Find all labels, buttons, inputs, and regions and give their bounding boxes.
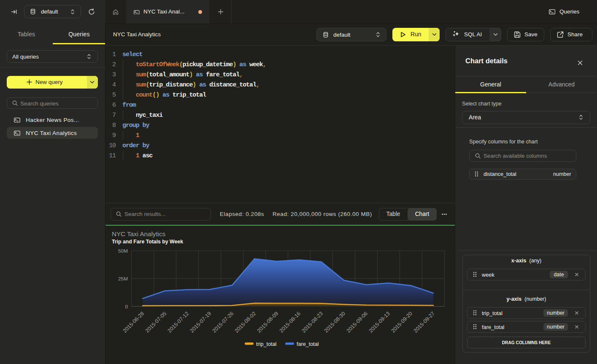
svg-text:fare_total: fare_total bbox=[297, 341, 319, 347]
svg-text:2015-07-05: 2015-07-05 bbox=[144, 310, 167, 334]
svg-text:2015-09-06: 2015-09-06 bbox=[346, 310, 369, 334]
svg-text:2015-09-20: 2015-09-20 bbox=[390, 310, 413, 334]
svg-text:2015-08-30: 2015-08-30 bbox=[323, 310, 346, 334]
svg-text:2015-09-27: 2015-09-27 bbox=[413, 310, 436, 334]
svg-text:2015-07-26: 2015-07-26 bbox=[211, 310, 235, 334]
svg-text:2015-07-12: 2015-07-12 bbox=[167, 310, 190, 334]
svg-text:trip_total: trip_total bbox=[256, 341, 276, 347]
svg-text:50M: 50M bbox=[118, 248, 128, 253]
svg-text:2015-08-23: 2015-08-23 bbox=[301, 310, 324, 334]
svg-text:2015-08-02: 2015-08-02 bbox=[234, 310, 257, 334]
svg-text:2015-09-13: 2015-09-13 bbox=[368, 310, 391, 334]
svg-text:2015-08-09: 2015-08-09 bbox=[256, 310, 279, 334]
svg-text:25M: 25M bbox=[118, 275, 128, 281]
svg-text:2015-06-28: 2015-06-28 bbox=[122, 310, 145, 334]
svg-text:2015-08-16: 2015-08-16 bbox=[278, 310, 302, 334]
svg-text:2015-07-19: 2015-07-19 bbox=[189, 310, 212, 334]
svg-text:0: 0 bbox=[125, 303, 128, 309]
